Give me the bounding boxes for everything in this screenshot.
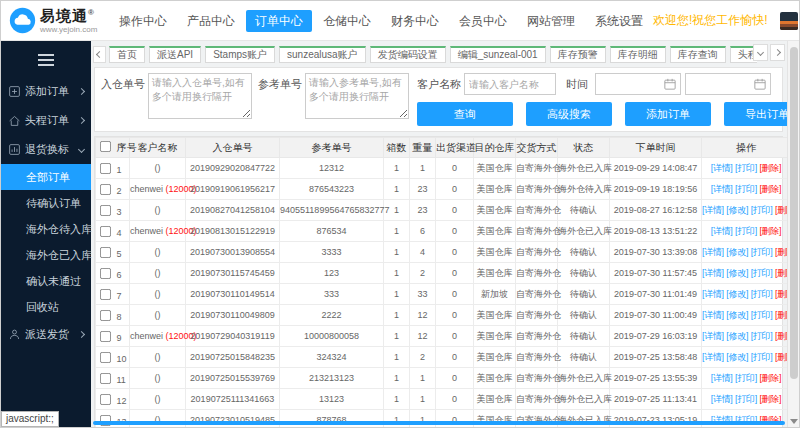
tab-edit-sunzeal-001[interactable]: 编辑_sunzeal-001	[450, 46, 546, 63]
nav-item-warehouse[interactable]: 仓储中心	[314, 10, 380, 32]
tab-scroll-left-icon[interactable]	[93, 46, 106, 63]
sidebar-item-return-relabel[interactable]: 退货换标	[1, 135, 91, 164]
delete-link[interactable]: [删除]	[775, 331, 787, 341]
row-checkbox[interactable]	[100, 393, 111, 404]
print-link[interactable]: [打印]	[735, 226, 757, 236]
delete-link[interactable]: [删除]	[759, 163, 781, 173]
print-link[interactable]: [打印]	[751, 205, 773, 215]
delete-link[interactable]: [删除]	[759, 394, 781, 404]
row-checkbox[interactable]	[100, 330, 111, 341]
detail-link[interactable]: [详情]	[711, 394, 733, 404]
row-checkbox[interactable]	[100, 267, 111, 278]
print-link[interactable]: [打印]	[751, 247, 773, 257]
select-all-checkbox[interactable]	[100, 141, 111, 152]
nav-item-website[interactable]: 网站管理	[518, 10, 584, 32]
detail-link[interactable]: [详情]	[702, 310, 724, 320]
reference-no-textarea[interactable]	[305, 73, 409, 119]
sidebar-item-first-leg-order[interactable]: 头程订单	[1, 106, 91, 135]
nav-item-members[interactable]: 会员中心	[450, 10, 516, 32]
nav-item-products[interactable]: 产品中心	[178, 10, 244, 32]
detail-link[interactable]: [详情]	[711, 163, 733, 173]
delete-link[interactable]: [删除]	[775, 289, 787, 299]
delete-link[interactable]: [删除]	[775, 268, 787, 278]
vertical-scrollbar-thumb[interactable]	[790, 47, 798, 379]
delete-link[interactable]: [删除]	[759, 184, 781, 194]
tab-inventory-query[interactable]: 库存查询	[670, 46, 726, 63]
nav-item-finance[interactable]: 财务中心	[382, 10, 448, 32]
tab-inventory-detail[interactable]: 库存明细	[610, 46, 666, 63]
tab-scroll-right-icon[interactable]	[770, 44, 785, 61]
sidebar-item-dispatch[interactable]: 派送发货	[1, 320, 91, 349]
tab-shipping-code-settings[interactable]: 发货编码设置	[370, 46, 446, 63]
print-link[interactable]: [打印]	[751, 352, 773, 362]
detail-link[interactable]: [详情]	[702, 268, 724, 278]
nav-item-orders[interactable]: 订单中心	[246, 10, 312, 32]
row-checkbox[interactable]	[100, 309, 111, 320]
print-link[interactable]: [打印]	[751, 310, 773, 320]
edit-link[interactable]: [修改]	[726, 310, 748, 320]
sidebar-subitem-overseas-awaiting-inbound[interactable]: 海外仓待入库	[1, 216, 91, 242]
sidebar-subitem-overseas-inbound[interactable]: 海外仓已入库	[1, 242, 91, 268]
edit-link[interactable]: [修改]	[726, 352, 748, 362]
row-checkbox[interactable]	[100, 183, 111, 194]
user-avatar[interactable]	[780, 12, 798, 30]
detail-link[interactable]: [详情]	[702, 331, 724, 341]
add-order-button[interactable]: 添加订单	[625, 102, 711, 126]
warehouse-no-textarea[interactable]	[148, 73, 252, 119]
delete-link[interactable]: [删除]	[775, 205, 787, 215]
delete-link[interactable]: [删除]	[775, 352, 787, 362]
nav-item-operations[interactable]: 操作中心	[110, 10, 176, 32]
scroll-down-icon[interactable]	[790, 419, 798, 424]
edit-link[interactable]: [修改]	[726, 268, 748, 278]
print-link[interactable]: [打印]	[751, 268, 773, 278]
delete-link[interactable]: [删除]	[775, 247, 787, 257]
edit-link[interactable]: [修改]	[726, 205, 748, 215]
row-checkbox[interactable]	[100, 351, 111, 362]
row-checkbox[interactable]	[100, 246, 111, 257]
edit-link[interactable]: [修改]	[726, 331, 748, 341]
sidebar-subitem-recycle-bin[interactable]: 回收站	[1, 294, 91, 320]
detail-link[interactable]: [详情]	[711, 184, 733, 194]
delete-link[interactable]: [删除]	[775, 310, 787, 320]
detail-link[interactable]: [详情]	[702, 352, 724, 362]
sidebar-subitem-all-orders[interactable]: 全部订单	[1, 164, 91, 190]
edit-link[interactable]: [修改]	[726, 247, 748, 257]
tab-dropdown-icon[interactable]	[753, 44, 768, 61]
date-from-input[interactable]	[595, 73, 681, 95]
row-checkbox[interactable]	[100, 204, 111, 215]
print-link[interactable]: [打印]	[751, 331, 773, 341]
row-checkbox[interactable]	[100, 372, 111, 383]
nav-item-system[interactable]: 系统设置	[586, 10, 652, 32]
tab-delivery-api[interactable]: 派送API	[149, 46, 201, 63]
sidebar-subitem-pending-confirm[interactable]: 待确认订单	[1, 190, 91, 216]
detail-link[interactable]: [详情]	[702, 289, 724, 299]
date-to-input[interactable]	[685, 73, 771, 95]
print-link[interactable]: [打印]	[735, 163, 757, 173]
row-checkbox[interactable]	[100, 288, 111, 299]
sidebar-item-add-order[interactable]: 添加订单	[1, 77, 91, 106]
print-link[interactable]: [打印]	[735, 373, 757, 383]
print-link[interactable]: [打印]	[751, 289, 773, 299]
delete-link[interactable]: [删除]	[759, 226, 781, 236]
customer-name-input[interactable]	[464, 73, 556, 95]
detail-link[interactable]: [详情]	[711, 373, 733, 383]
tab-sunzealusa-account[interactable]: sunzealusa账户	[279, 46, 366, 63]
export-orders-button[interactable]: 导出订单	[724, 102, 787, 126]
row-checkbox[interactable]	[100, 162, 111, 173]
row-checkbox[interactable]	[100, 225, 111, 236]
tab-stamps-account[interactable]: Stamps账户	[205, 46, 275, 63]
delete-link[interactable]: [删除]	[759, 373, 781, 383]
search-button[interactable]: 查询	[417, 102, 513, 126]
edit-link[interactable]: [修改]	[726, 289, 748, 299]
horizontal-scrollbar-thumb[interactable]	[93, 421, 785, 425]
print-link[interactable]: [打印]	[735, 394, 757, 404]
detail-link[interactable]: [详情]	[702, 205, 724, 215]
print-link[interactable]: [打印]	[735, 184, 757, 194]
vertical-scrollbar[interactable]	[787, 41, 799, 427]
collapse-menu-icon[interactable]	[1, 47, 91, 73]
detail-link[interactable]: [详情]	[702, 247, 724, 257]
tab-inventory-warning[interactable]: 库存预警	[550, 46, 606, 63]
advanced-search-button[interactable]: 高级搜索	[526, 102, 612, 126]
detail-link[interactable]: [详情]	[711, 226, 733, 236]
sidebar-subitem-confirm-failed[interactable]: 确认未通过	[1, 268, 91, 294]
